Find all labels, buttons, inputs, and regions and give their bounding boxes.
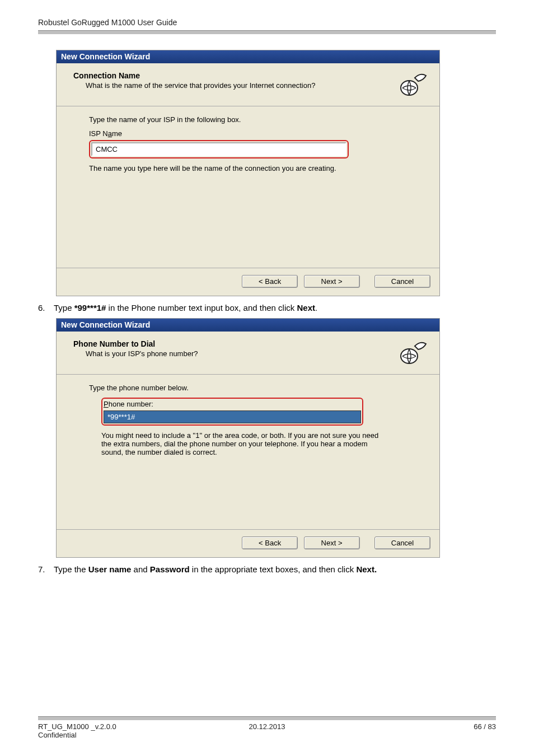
next-button[interactable]: Next > [304, 536, 360, 549]
doc-header: Robustel GoRugged M1000 User Guide [38, 18, 496, 30]
phone-instruction-label: Type the phone number below. [89, 384, 417, 392]
wizard-dialog-phone-number: New Connection Wizard Phone Number to Di… [56, 318, 440, 558]
footer-rule [38, 716, 496, 720]
phone-number-label: Phone number: [104, 400, 361, 408]
step-6-text: 6. Type *99***1# in the Phone number tex… [38, 303, 496, 312]
dialog-head-subtitle: What is your ISP's phone number? [86, 349, 394, 358]
dialog-body: Type the phone number below. Phone numbe… [57, 375, 439, 529]
footer-left: RT_UG_M1000 _v.2.0.0 [38, 722, 191, 731]
isp-instruction-label: Type the name of your ISP in the followi… [89, 115, 417, 124]
title-bar: New Connection Wizard [57, 50, 439, 63]
step-number: 7. [38, 564, 54, 574]
title-bar: New Connection Wizard [57, 319, 439, 332]
wizard-globe-icon [398, 339, 428, 366]
phone-number-input[interactable] [104, 410, 361, 423]
footer-confidential: Confidential [38, 731, 496, 739]
footer-right: 66 / 83 [343, 722, 496, 731]
button-row: < Back Next > Cancel [57, 529, 439, 557]
svg-point-0 [401, 81, 418, 95]
step-7-text: 7. Type the User name and Password in th… [38, 564, 496, 574]
phone-number-note: You might need to include a "1" or the a… [101, 431, 381, 456]
isp-name-highlight [89, 140, 349, 158]
wizard-dialog-connection-name: New Connection Wizard Connection Name Wh… [56, 50, 440, 296]
isp-name-label: ISP Name [89, 129, 417, 138]
header-rule [38, 30, 496, 34]
dialog-head-title: Connection Name [73, 71, 394, 80]
next-button[interactable]: Next > [304, 275, 360, 288]
isp-name-note: The name you type here will be the name … [89, 164, 417, 172]
wizard-globe-icon [398, 71, 428, 98]
isp-name-input[interactable] [91, 142, 346, 156]
dialog-head-subtitle: What is the name of the service that pro… [86, 81, 394, 90]
cancel-button[interactable]: Cancel [374, 536, 430, 549]
footer-center: 20.12.2013 [191, 722, 344, 731]
dialog-header: Phone Number to Dial What is your ISP's … [57, 332, 439, 372]
svg-point-1 [401, 349, 418, 363]
back-button[interactable]: < Back [242, 275, 298, 288]
dialog-head-title: Phone Number to Dial [73, 339, 394, 348]
back-button[interactable]: < Back [242, 536, 298, 549]
page-footer: RT_UG_M1000 _v.2.0.0 20.12.2013 66 / 83 … [38, 716, 496, 739]
dialog-header: Connection Name What is the name of the … [57, 63, 439, 104]
dialog-body: Type the name of your ISP in the followi… [57, 106, 439, 268]
button-row: < Back Next > Cancel [57, 268, 439, 296]
cancel-button[interactable]: Cancel [374, 275, 430, 288]
step-number: 6. [38, 303, 54, 312]
phone-number-highlight: Phone number: [101, 398, 363, 426]
